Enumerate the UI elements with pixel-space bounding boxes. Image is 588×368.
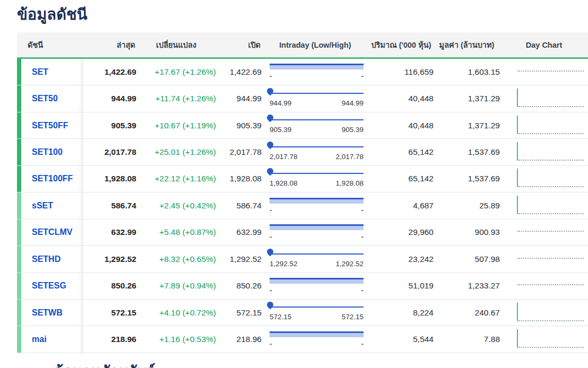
page-title: ข้อมูลดัชนี — [17, 2, 588, 27]
intraday-range-bar — [270, 224, 364, 230]
table-row: mai 218.96 +1.16 (+0.53%) 218.96 - - 5,5… — [17, 326, 588, 353]
last-value: 1,422.69 — [83, 67, 136, 77]
intraday-high-label: 1,928.08 — [335, 179, 364, 188]
col-header-open: เปิด — [216, 39, 262, 51]
intraday-high-label: 2,017.78 — [335, 153, 364, 161]
volume-value: 8,224 — [369, 308, 434, 318]
table-row: SETWB 572.15 +4.10 (+0.72%) 572.15 572.1… — [17, 300, 588, 326]
table-body: SET 1,422.69 +17.67 (+1.26%) 1,422.69 - … — [17, 59, 588, 353]
day-chart-dotted-line — [517, 320, 584, 321]
open-value: 1,292.52 — [216, 255, 262, 264]
volume-value: 65,142 — [369, 147, 434, 157]
table-row: sSET 586.74 +2.45 (+0.42%) 586.74 - - 4,… — [17, 192, 588, 219]
price-pin-icon — [267, 249, 273, 257]
last-value: 2,017.78 — [83, 147, 136, 157]
intraday-high-label: 1,292.52 — [335, 260, 364, 268]
day-chart-green-spike — [517, 89, 518, 107]
day-chart-sparkline — [516, 141, 585, 164]
intraday-line — [270, 93, 364, 94]
intraday-high-label: 905.39 — [342, 126, 364, 134]
intraday-line — [270, 253, 364, 255]
change-value: +5.48 (+0.87%) — [136, 227, 216, 237]
open-value: 632.99 — [216, 227, 262, 237]
intraday-range-bar — [270, 278, 364, 284]
day-chart-green-spike — [517, 329, 518, 347]
col-header-index: ดัชนี — [17, 39, 83, 51]
open-value: 586.74 — [216, 201, 262, 211]
day-chart-sparkline — [516, 114, 585, 137]
index-link[interactable]: SET100 — [32, 147, 63, 157]
intraday-high-label: - — [361, 233, 364, 241]
index-link[interactable]: sSET — [32, 201, 53, 211]
intraday-range-widget: - - — [270, 63, 364, 81]
change-value: +8.32 (+0.65%) — [136, 255, 216, 264]
open-value: 218.96 — [216, 335, 262, 344]
intraday-high-label: - — [361, 286, 364, 295]
last-value: 1,928.08 — [83, 174, 136, 183]
col-header-day-chart: Day Chart — [500, 41, 588, 49]
intraday-low-label: - — [270, 286, 272, 295]
price-pin-icon — [267, 302, 273, 310]
intraday-range-widget: - - — [270, 331, 364, 348]
index-link[interactable]: SET50FF — [32, 121, 68, 130]
volume-value: 51,019 — [369, 281, 434, 291]
intraday-low-label: - — [270, 233, 272, 241]
row-accent-bar — [17, 139, 21, 165]
intraday-high-label: - — [361, 340, 364, 348]
day-chart-green-spike — [517, 196, 518, 214]
intraday-range-bar — [270, 331, 364, 337]
intraday-low-label: 1,928.08 — [270, 179, 298, 188]
change-value: +4.10 (+0.72%) — [136, 308, 216, 318]
next-section-heading-partial: ข้อมูลหลักทรัพย์ — [53, 363, 292, 368]
col-header-last: ล่าสุด — [83, 39, 136, 51]
col-header-change: เปลี่ยนแปลง — [136, 39, 216, 51]
intraday-low-label: 944.99 — [270, 99, 291, 108]
index-link[interactable]: SETHD — [32, 255, 60, 264]
day-chart-dotted-line — [517, 186, 584, 187]
index-link[interactable]: SETWB — [32, 308, 63, 318]
day-chart-sparkline — [516, 328, 585, 351]
table-row: SET50FF 905.39 +10.67 (+1.19%) 905.39 90… — [17, 112, 588, 139]
last-value: 632.99 — [83, 227, 136, 237]
intraday-low-label: 2,017.78 — [270, 153, 298, 161]
last-value: 218.96 — [83, 335, 136, 344]
last-value: 944.99 — [83, 94, 136, 103]
change-value: +10.67 (+1.19%) — [136, 121, 216, 130]
volume-value: 5,544 — [369, 335, 434, 344]
day-chart-dotted-line — [517, 106, 584, 107]
row-accent-bar — [17, 112, 21, 138]
value-value: 1,603.15 — [434, 67, 500, 77]
row-accent-bar — [17, 192, 21, 218]
table-row: SET 1,422.69 +17.67 (+1.26%) 1,422.69 - … — [17, 59, 588, 85]
index-link[interactable]: mai — [32, 335, 47, 344]
row-accent-bar — [17, 300, 21, 326]
index-link[interactable]: SETCLMV — [32, 227, 72, 237]
change-value: +17.67 (+1.26%) — [136, 67, 216, 77]
intraday-high-label: - — [361, 206, 364, 215]
table-row: SETCLMV 632.99 +5.48 (+0.87%) 632.99 - -… — [17, 220, 588, 246]
intraday-range-widget: 2,017.78 2,017.78 — [270, 144, 364, 161]
intraday-line — [270, 306, 364, 308]
intraday-line — [270, 173, 364, 174]
day-chart-green-spike — [517, 142, 518, 160]
open-value: 850.26 — [216, 281, 262, 291]
intraday-low-label: 572.15 — [270, 313, 291, 321]
row-accent-bar — [17, 246, 21, 272]
intraday-range-bar — [270, 198, 364, 204]
index-link[interactable]: SETESG — [32, 281, 66, 291]
index-link[interactable]: SET — [32, 67, 48, 77]
value-value: 1,371.29 — [434, 94, 500, 103]
row-accent-bar — [17, 326, 21, 352]
intraday-range-widget: - - — [270, 197, 364, 215]
volume-value: 65,142 — [369, 174, 434, 183]
day-chart-sparkline — [516, 87, 585, 110]
row-accent-bar — [17, 59, 21, 85]
change-value: +2.45 (+0.42%) — [136, 201, 216, 211]
index-link[interactable]: SET100FF — [32, 174, 73, 183]
day-chart-green-spike — [517, 169, 518, 187]
intraday-range-widget: 905.39 905.39 — [270, 117, 364, 134]
value-value: 1,537.69 — [434, 147, 500, 157]
day-chart-dotted-line — [517, 347, 584, 348]
index-link[interactable]: SET50 — [32, 94, 58, 103]
value-value: 1,537.69 — [434, 174, 500, 183]
